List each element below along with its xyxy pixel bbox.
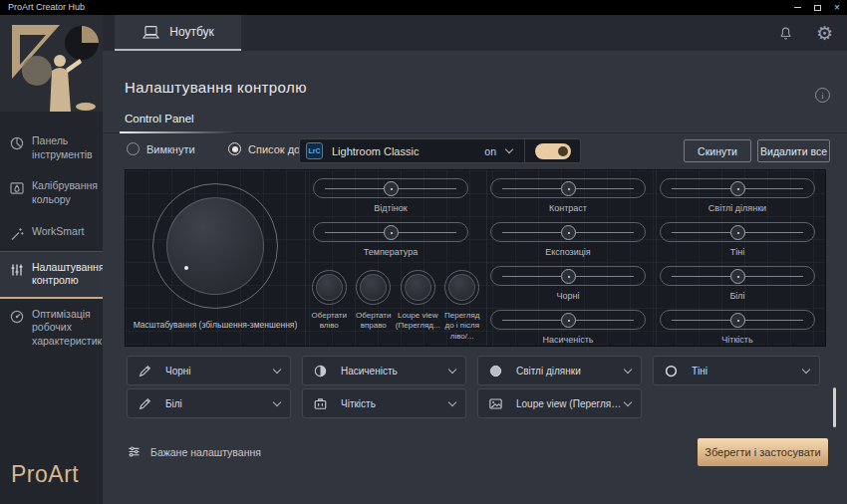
slider-thumb[interactable] <box>730 269 745 284</box>
slider-column-2: Контраст Експозиція Чорні Насиченість <box>490 178 646 354</box>
control-sliders-icon <box>9 262 25 278</box>
chevron-down-icon <box>624 397 632 405</box>
info-icon[interactable]: i <box>815 88 830 103</box>
close-button[interactable]: × <box>827 0 847 15</box>
dropdown-whites[interactable]: Білі <box>127 388 291 418</box>
dropdown-blacks[interactable]: Чорні <box>127 356 291 385</box>
pencil-icon <box>138 364 152 378</box>
tab-control-panel[interactable]: Control Panel <box>125 113 194 125</box>
slider-label: Насиченість <box>490 335 646 345</box>
slider-label: Контраст <box>490 203 646 213</box>
gear-icon[interactable]: ⚙ <box>816 24 833 43</box>
chevron-down-icon <box>802 365 810 373</box>
app-select-dropdown[interactable]: LrC Lightroom Classic on <box>299 138 581 163</box>
preferred-settings[interactable]: Бажане налаштування <box>127 444 261 459</box>
maximize-button[interactable] <box>807 0 827 15</box>
minimize-button[interactable] <box>787 0 807 15</box>
sidebar-item-control-settings[interactable]: Налаштування контролю <box>0 251 103 299</box>
slider-clarity[interactable]: Чіткість <box>660 310 815 354</box>
control-mapping-panel: Масштабування (збільшення-зменшення) Від… <box>125 169 826 347</box>
zoom-dial-label: Масштабування (збільшення-зменшення) <box>128 320 303 330</box>
slider-label: Чорні <box>490 291 646 301</box>
chevron-down-icon <box>448 397 456 405</box>
slider-saturation[interactable]: Насиченість <box>490 310 646 354</box>
color-calibration-icon <box>9 180 25 196</box>
slider-column-3: Світлі ділянки Тіні Білі Чіткість <box>660 178 815 354</box>
app-window: ProArt Creator Hub × Панель інструментів <box>0 0 847 504</box>
sidebar-item-color-calibration[interactable]: Калібрування кольору <box>0 170 103 215</box>
sidebar-item-label: Налаштування контролю <box>32 261 105 288</box>
slider-thumb[interactable] <box>730 181 745 196</box>
laptop-icon <box>141 25 160 40</box>
app-toggle[interactable] <box>524 139 580 162</box>
slider-thumb[interactable] <box>730 225 745 240</box>
dropdown-loupe-view[interactable]: Loupe view (Перегляд під лупою) <box>477 388 642 418</box>
slider-highlights[interactable]: Світлі ділянки <box>660 178 815 222</box>
chevron-down-icon <box>273 397 281 405</box>
knob-face <box>360 274 387 301</box>
slider-hue[interactable]: Відтінок <box>313 178 468 222</box>
slider-column-1: Відтінок Температура <box>313 178 468 266</box>
knob-loupe-view[interactable]: Loupe view (Перегляд... <box>396 270 440 342</box>
shadows-icon <box>664 364 679 378</box>
dropdown-label: Чорні <box>165 366 274 377</box>
close-icon: × <box>834 3 840 13</box>
radio-disable[interactable]: Вимкнути <box>127 142 195 155</box>
slider-thumb[interactable] <box>561 313 576 328</box>
slider-thumb[interactable] <box>384 225 399 240</box>
slider-thumb[interactable] <box>730 313 745 328</box>
controls-row: Вимкнути Список додатків LrC Lightroom C… <box>125 138 830 163</box>
slider-temperature[interactable]: Температура <box>313 222 468 266</box>
proart-logo: ProArt <box>11 461 79 488</box>
sidebar-item-performance-optimization[interactable]: Оптимізація робочих характеристик <box>0 299 103 358</box>
sidebar-item-label: Оптимізація робочих характеристик <box>32 308 102 349</box>
knob-label: Обертати вправо <box>351 311 397 332</box>
preferences-sliders-icon <box>127 444 141 459</box>
tab-active-underline <box>120 131 235 133</box>
dropdown-label: Loupe view (Перегляд під лупою) <box>516 398 625 409</box>
sidebar: Панель інструментів Калібрування кольору… <box>0 15 103 504</box>
window-title: ProArt Creator Hub <box>8 2 85 12</box>
zoom-dial[interactable] <box>152 183 278 309</box>
knob-face <box>405 274 431 301</box>
chevron-down-icon <box>448 365 456 373</box>
slider-blacks[interactable]: Чорні <box>490 266 646 310</box>
dropdown-highlights[interactable]: Світлі ділянки <box>477 356 642 385</box>
page-title: Налаштування контролю <box>125 79 307 96</box>
knob-label: Loupe view (Перегляд... <box>395 311 440 332</box>
preferred-settings-label: Бажане налаштування <box>150 446 261 458</box>
slider-shadows[interactable]: Тіні <box>660 222 815 266</box>
knob-rotate-right[interactable]: Обертати вправо <box>352 270 397 342</box>
dropdown-clarity[interactable]: Чіткість <box>302 388 466 418</box>
dropdown-saturation[interactable]: Насиченість <box>302 356 466 385</box>
slider-exposure[interactable]: Експозиція <box>490 222 646 266</box>
sidebar-item-dashboard[interactable]: Панель інструментів <box>0 126 103 170</box>
sidebar-item-worksmart[interactable]: WorkSmart <box>0 216 103 251</box>
slider-whites[interactable]: Білі <box>660 266 815 310</box>
assignment-dropdown-grid: Чорні Насиченість Світлі ділянки Тіні Бі <box>127 356 820 418</box>
app-state-value: on <box>484 145 496 157</box>
dropdown-label: Тіні <box>692 366 803 377</box>
slider-label: Світлі ділянки <box>660 203 815 213</box>
tab-laptop[interactable]: Ноутбук <box>115 15 241 51</box>
highlights-icon <box>488 364 503 378</box>
slider-thumb[interactable] <box>384 181 399 196</box>
bell-icon[interactable] <box>777 24 794 42</box>
slider-contrast[interactable]: Контраст <box>490 178 646 222</box>
dropdown-shadows[interactable]: Тіні <box>653 356 820 385</box>
radio-disable-label: Вимкнути <box>146 143 195 155</box>
knob-before-after-view[interactable]: Перегляд до і після ліво/... <box>440 270 485 342</box>
vertical-scrollbar[interactable] <box>833 387 836 427</box>
save-apply-button[interactable]: Зберегти і застосувати <box>698 438 828 466</box>
slider-thumb[interactable] <box>561 181 576 196</box>
sidebar-item-label: Калібрування кольору <box>32 179 98 206</box>
delete-all-button[interactable]: Видалити все <box>757 139 830 162</box>
radio-selected-icon <box>228 142 241 155</box>
minimize-icon <box>794 7 801 8</box>
slider-thumb[interactable] <box>561 269 576 284</box>
reset-button[interactable]: Скинути <box>684 139 751 162</box>
knob-face <box>448 274 475 301</box>
slider-label: Температура <box>313 247 468 257</box>
knob-rotate-left[interactable]: Обертати вліво <box>307 270 352 342</box>
slider-thumb[interactable] <box>561 225 576 240</box>
